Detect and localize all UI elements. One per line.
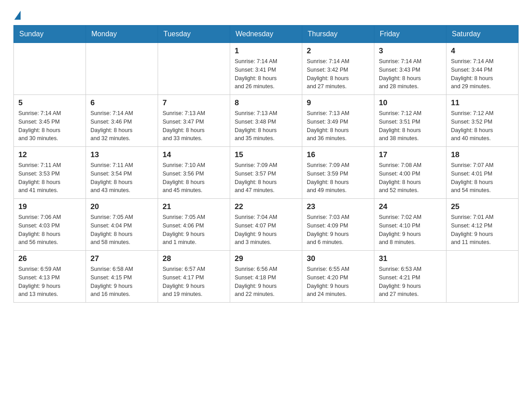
- calendar-cell: 3Sunrise: 7:14 AM Sunset: 3:43 PM Daylig…: [374, 43, 446, 95]
- day-info: Sunrise: 7:14 AM Sunset: 3:43 PM Dayligh…: [379, 57, 442, 91]
- day-number: 13: [90, 150, 153, 159]
- day-of-week-header: Friday: [374, 26, 446, 43]
- day-number: 12: [18, 150, 81, 159]
- day-of-week-header: Tuesday: [158, 26, 230, 43]
- day-number: 20: [90, 202, 153, 211]
- day-info: Sunrise: 7:14 AM Sunset: 3:46 PM Dayligh…: [90, 109, 153, 143]
- calendar-cell: 15Sunrise: 7:09 AM Sunset: 3:57 PM Dayli…: [230, 147, 302, 199]
- day-number: 24: [379, 202, 442, 211]
- calendar-header-row: SundayMondayTuesdayWednesdayThursdayFrid…: [14, 26, 519, 43]
- calendar-cell: 22Sunrise: 7:04 AM Sunset: 4:07 PM Dayli…: [230, 199, 302, 251]
- day-number: 14: [163, 150, 225, 159]
- calendar-week-row: 1Sunrise: 7:14 AM Sunset: 3:41 PM Daylig…: [14, 43, 519, 95]
- day-info: Sunrise: 6:53 AM Sunset: 4:21 PM Dayligh…: [379, 265, 442, 299]
- day-number: 28: [163, 254, 225, 263]
- day-number: 6: [90, 98, 153, 107]
- day-info: Sunrise: 7:13 AM Sunset: 3:49 PM Dayligh…: [307, 109, 369, 143]
- day-number: 8: [235, 98, 297, 107]
- calendar-cell: 26Sunrise: 6:59 AM Sunset: 4:13 PM Dayli…: [14, 251, 86, 303]
- calendar-cell: 9Sunrise: 7:13 AM Sunset: 3:49 PM Daylig…: [302, 95, 374, 147]
- day-info: Sunrise: 7:14 AM Sunset: 3:41 PM Dayligh…: [235, 57, 297, 91]
- calendar-cell: 30Sunrise: 6:55 AM Sunset: 4:20 PM Dayli…: [302, 251, 374, 303]
- calendar-cell: 11Sunrise: 7:12 AM Sunset: 3:52 PM Dayli…: [446, 95, 519, 147]
- day-info: Sunrise: 7:12 AM Sunset: 3:51 PM Dayligh…: [379, 109, 442, 143]
- day-info: Sunrise: 7:09 AM Sunset: 3:59 PM Dayligh…: [307, 161, 369, 195]
- calendar-cell: 2Sunrise: 7:14 AM Sunset: 3:42 PM Daylig…: [302, 43, 374, 95]
- calendar-cell: 25Sunrise: 7:01 AM Sunset: 4:12 PM Dayli…: [446, 199, 519, 251]
- calendar-cell: 21Sunrise: 7:05 AM Sunset: 4:06 PM Dayli…: [158, 199, 230, 251]
- day-info: Sunrise: 7:14 AM Sunset: 3:44 PM Dayligh…: [451, 57, 514, 91]
- day-info: Sunrise: 7:02 AM Sunset: 4:10 PM Dayligh…: [379, 213, 442, 247]
- day-number: 19: [18, 202, 81, 211]
- logo: [13, 9, 21, 16]
- calendar-week-row: 19Sunrise: 7:06 AM Sunset: 4:03 PM Dayli…: [14, 199, 519, 251]
- day-number: 21: [163, 202, 225, 211]
- calendar-cell: 4Sunrise: 7:14 AM Sunset: 3:44 PM Daylig…: [446, 43, 519, 95]
- calendar-cell: 17Sunrise: 7:08 AM Sunset: 4:00 PM Dayli…: [374, 147, 446, 199]
- day-number: 18: [451, 150, 514, 159]
- day-number: 3: [379, 47, 442, 56]
- calendar-cell: 6Sunrise: 7:14 AM Sunset: 3:46 PM Daylig…: [86, 95, 158, 147]
- day-info: Sunrise: 7:14 AM Sunset: 3:45 PM Dayligh…: [18, 109, 81, 143]
- day-info: Sunrise: 7:07 AM Sunset: 4:01 PM Dayligh…: [451, 161, 514, 195]
- day-info: Sunrise: 7:06 AM Sunset: 4:03 PM Dayligh…: [18, 213, 81, 247]
- calendar-cell: 19Sunrise: 7:06 AM Sunset: 4:03 PM Dayli…: [14, 199, 86, 251]
- day-info: Sunrise: 7:10 AM Sunset: 3:56 PM Dayligh…: [163, 161, 225, 195]
- day-number: 22: [235, 202, 297, 211]
- day-info: Sunrise: 7:12 AM Sunset: 3:52 PM Dayligh…: [451, 109, 514, 143]
- day-of-week-header: Sunday: [14, 26, 86, 43]
- day-info: Sunrise: 7:09 AM Sunset: 3:57 PM Dayligh…: [235, 161, 297, 195]
- calendar-cell: 18Sunrise: 7:07 AM Sunset: 4:01 PM Dayli…: [446, 147, 519, 199]
- day-number: 7: [163, 98, 225, 107]
- day-info: Sunrise: 6:56 AM Sunset: 4:18 PM Dayligh…: [235, 265, 297, 299]
- calendar-cell: [158, 43, 230, 95]
- day-number: 30: [307, 254, 369, 263]
- day-number: 23: [307, 202, 369, 211]
- day-of-week-header: Saturday: [446, 26, 519, 43]
- day-number: 9: [307, 98, 369, 107]
- day-info: Sunrise: 7:04 AM Sunset: 4:07 PM Dayligh…: [235, 213, 297, 247]
- calendar-cell: 24Sunrise: 7:02 AM Sunset: 4:10 PM Dayli…: [374, 199, 446, 251]
- calendar-cell: 31Sunrise: 6:53 AM Sunset: 4:21 PM Dayli…: [374, 251, 446, 303]
- day-number: 11: [451, 98, 514, 107]
- calendar-cell: [86, 43, 158, 95]
- day-number: 29: [235, 254, 297, 263]
- calendar-cell: 7Sunrise: 7:13 AM Sunset: 3:47 PM Daylig…: [158, 95, 230, 147]
- calendar-cell: 8Sunrise: 7:13 AM Sunset: 3:48 PM Daylig…: [230, 95, 302, 147]
- page-header: [13, 9, 519, 16]
- calendar-cell: 1Sunrise: 7:14 AM Sunset: 3:41 PM Daylig…: [230, 43, 302, 95]
- day-number: 4: [451, 47, 514, 56]
- logo-triangle-icon: [14, 11, 21, 20]
- day-info: Sunrise: 6:57 AM Sunset: 4:17 PM Dayligh…: [163, 265, 225, 299]
- day-number: 17: [379, 150, 442, 159]
- day-info: Sunrise: 7:05 AM Sunset: 4:06 PM Dayligh…: [163, 213, 225, 247]
- day-info: Sunrise: 7:08 AM Sunset: 4:00 PM Dayligh…: [379, 161, 442, 195]
- day-number: 15: [235, 150, 297, 159]
- day-number: 1: [235, 47, 297, 56]
- calendar-cell: [14, 43, 86, 95]
- day-number: 16: [307, 150, 369, 159]
- calendar-cell: 29Sunrise: 6:56 AM Sunset: 4:18 PM Dayli…: [230, 251, 302, 303]
- day-info: Sunrise: 7:11 AM Sunset: 3:54 PM Dayligh…: [90, 161, 153, 195]
- day-number: 5: [18, 98, 81, 107]
- calendar-cell: 10Sunrise: 7:12 AM Sunset: 3:51 PM Dayli…: [374, 95, 446, 147]
- day-number: 10: [379, 98, 442, 107]
- day-of-week-header: Thursday: [302, 26, 374, 43]
- calendar-cell: [446, 251, 519, 303]
- calendar-week-row: 5Sunrise: 7:14 AM Sunset: 3:45 PM Daylig…: [14, 95, 519, 147]
- day-number: 2: [307, 47, 369, 56]
- calendar-week-row: 12Sunrise: 7:11 AM Sunset: 3:53 PM Dayli…: [14, 147, 519, 199]
- day-info: Sunrise: 7:01 AM Sunset: 4:12 PM Dayligh…: [451, 213, 514, 247]
- day-info: Sunrise: 7:03 AM Sunset: 4:09 PM Dayligh…: [307, 213, 369, 247]
- logo-top: [13, 9, 21, 18]
- day-of-week-header: Wednesday: [230, 26, 302, 43]
- calendar-table: SundayMondayTuesdayWednesdayThursdayFrid…: [13, 25, 519, 303]
- day-info: Sunrise: 6:58 AM Sunset: 4:15 PM Dayligh…: [90, 265, 153, 299]
- calendar-cell: 14Sunrise: 7:10 AM Sunset: 3:56 PM Dayli…: [158, 147, 230, 199]
- calendar-cell: 13Sunrise: 7:11 AM Sunset: 3:54 PM Dayli…: [86, 147, 158, 199]
- calendar-week-row: 26Sunrise: 6:59 AM Sunset: 4:13 PM Dayli…: [14, 251, 519, 303]
- calendar-cell: 12Sunrise: 7:11 AM Sunset: 3:53 PM Dayli…: [14, 147, 86, 199]
- day-number: 25: [451, 202, 514, 211]
- day-of-week-header: Monday: [86, 26, 158, 43]
- calendar-cell: 28Sunrise: 6:57 AM Sunset: 4:17 PM Dayli…: [158, 251, 230, 303]
